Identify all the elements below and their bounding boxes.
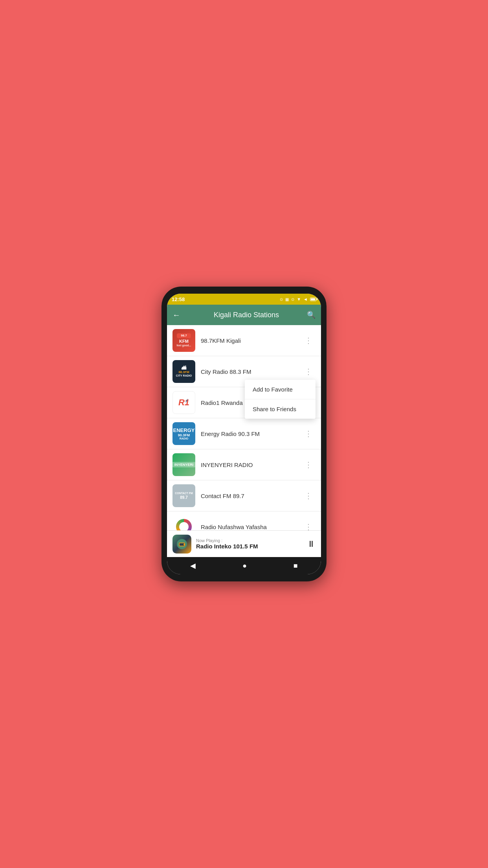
station-name: INYENYERI RADIO: [201, 462, 301, 468]
status-bar: 12:58 ⊙ ▦ ⊙ ▼ ◄: [167, 294, 321, 305]
notification-icon-2: ⊙: [291, 297, 294, 302]
station-logo-nufashwa: [172, 515, 195, 530]
more-options-button[interactable]: ⋮: [301, 488, 316, 504]
more-options-button[interactable]: ⋮: [301, 364, 316, 379]
now-playing-info: Now Playing : Radio Inteko 101.5 FM: [196, 538, 307, 550]
phone-device: 12:58 ⊙ ▦ ⊙ ▼ ◄ ← Kigali Radio Stations …: [161, 287, 327, 581]
signal-waves-icon: [183, 398, 189, 404]
more-options-button[interactable]: ⋮: [301, 457, 316, 473]
station-name: Energy Radio 90.3 FM: [201, 430, 301, 437]
list-item[interactable]: 98.7 KFM feel good... 98.7KFM Kigali ⋮: [167, 325, 321, 356]
station-logo-kfm: 98.7 KFM feel good...: [172, 329, 195, 352]
station-name: City Radio 88.3 FM: [201, 368, 301, 375]
notification-icon-1: ⊙: [280, 297, 283, 302]
battery-icon: [310, 298, 316, 301]
station-name: Radio Nufashwa Yafasha: [201, 524, 301, 530]
more-options-button[interactable]: ⋮: [301, 333, 316, 348]
now-playing-logo: [172, 535, 191, 554]
station-logo-contact: CONTACT FM 89.7: [172, 484, 195, 507]
app-bar: ← Kigali Radio Stations 🔍: [167, 305, 321, 325]
list-item[interactable]: Radio Nufashwa Yafasha ⋮: [167, 511, 321, 530]
svg-point-3: [183, 544, 185, 545]
signal-icon: ◄: [303, 297, 308, 302]
pause-button[interactable]: ⏸: [307, 539, 316, 549]
status-time: 12:58: [172, 296, 185, 302]
more-options-button[interactable]: ⋮: [301, 426, 316, 441]
back-button[interactable]: ←: [172, 311, 180, 320]
context-menu: Add to Favorite Share to Friends: [245, 380, 316, 419]
share-friends-menu-item[interactable]: Share to Friends: [245, 399, 316, 419]
calendar-icon: ▦: [285, 297, 289, 302]
now-playing-bar: Now Playing : Radio Inteko 101.5 FM ⏸: [167, 530, 321, 557]
home-nav-button[interactable]: ●: [235, 559, 255, 573]
battery-fill: [311, 298, 315, 300]
station-name: 98.7KFM Kigali: [201, 337, 301, 344]
list-item[interactable]: 🏙 88.3FM CITY RADIO City Radio 88.3 FM ⋮…: [167, 356, 321, 387]
now-playing-title: Radio Inteko 101.5 FM: [196, 543, 307, 550]
radio-logo-icon: [176, 539, 187, 550]
now-playing-label: Now Playing :: [196, 538, 307, 543]
list-item[interactable]: ENERGY 90.3FM RADIO Energy Radio 90.3 FM…: [167, 418, 321, 449]
station-logo-energy: ENERGY 90.3FM RADIO: [172, 422, 195, 445]
phone-screen: 12:58 ⊙ ▦ ⊙ ▼ ◄ ← Kigali Radio Stations …: [167, 294, 321, 574]
station-logo-r1: R1: [172, 391, 195, 414]
back-nav-button[interactable]: ◀: [182, 558, 204, 573]
station-list: 98.7 KFM feel good... 98.7KFM Kigali ⋮ 🏙…: [167, 325, 321, 530]
station-logo-inyenyeri: INYENYERI: [172, 453, 195, 476]
list-item[interactable]: CONTACT FM 89.7 Contact FM 89.7 ⋮: [167, 480, 321, 511]
status-icons: ⊙ ▦ ⊙ ▼ ◄: [280, 297, 316, 302]
more-options-button[interactable]: ⋮: [301, 519, 316, 530]
add-favorite-menu-item[interactable]: Add to Favorite: [245, 380, 316, 399]
station-name: Contact FM 89.7: [201, 493, 301, 499]
app-title: Kigali Radio Stations: [186, 311, 307, 319]
recent-nav-button[interactable]: ■: [286, 559, 306, 573]
list-item[interactable]: INYENYERI INYENYERI RADIO ⋮: [167, 449, 321, 480]
wifi-icon: ▼: [297, 297, 301, 302]
station-logo-cityradio: 🏙 88.3FM CITY RADIO: [172, 360, 195, 383]
search-button[interactable]: 🔍: [307, 311, 316, 319]
nav-bar: ◀ ● ■: [167, 557, 321, 574]
